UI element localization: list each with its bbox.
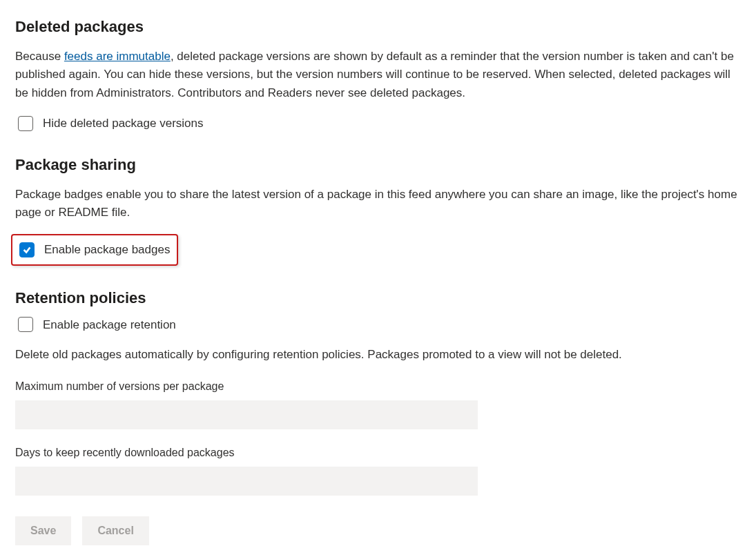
package-sharing-description: Package badges enable you to share the l… — [15, 186, 741, 222]
deleted-packages-section: Deleted packages Because feeds are immut… — [15, 15, 741, 133]
enable-retention-checkbox-row: Enable package retention — [18, 316, 741, 334]
max-versions-label: Maximum number of versions per package — [15, 378, 741, 395]
max-versions-input[interactable] — [15, 400, 478, 429]
enable-badges-highlight: Enable package badges — [11, 234, 178, 266]
checkmark-icon — [22, 245, 32, 255]
enable-retention-label: Enable package retention — [43, 316, 176, 334]
desc-prefix: Because — [15, 50, 64, 63]
days-keep-label: Days to keep recently downloaded package… — [15, 445, 741, 461]
enable-badges-label: Enable package badges — [44, 241, 170, 259]
retention-policies-heading: Retention policies — [15, 286, 741, 309]
hide-deleted-checkbox-row: Hide deleted package versions — [18, 115, 741, 133]
package-sharing-heading: Package sharing — [15, 153, 741, 176]
enable-retention-checkbox[interactable] — [18, 317, 33, 332]
hide-deleted-checkbox[interactable] — [18, 116, 33, 131]
enable-badges-checkbox[interactable] — [19, 242, 35, 257]
save-button[interactable]: Save — [15, 516, 71, 545]
retention-policies-section: Retention policies Enable package retent… — [15, 286, 741, 545]
deleted-packages-heading: Deleted packages — [15, 15, 741, 38]
retention-description: Delete old packages automatically by con… — [15, 346, 741, 364]
package-sharing-section: Package sharing Package badges enable yo… — [15, 153, 741, 266]
feeds-immutable-link[interactable]: feeds are immutable — [64, 50, 171, 63]
cancel-button[interactable]: Cancel — [82, 516, 148, 545]
days-keep-input[interactable] — [15, 467, 478, 496]
deleted-packages-description: Because feeds are immutable, deleted pac… — [15, 48, 741, 102]
hide-deleted-label: Hide deleted package versions — [43, 115, 203, 133]
button-row: Save Cancel — [15, 516, 741, 545]
